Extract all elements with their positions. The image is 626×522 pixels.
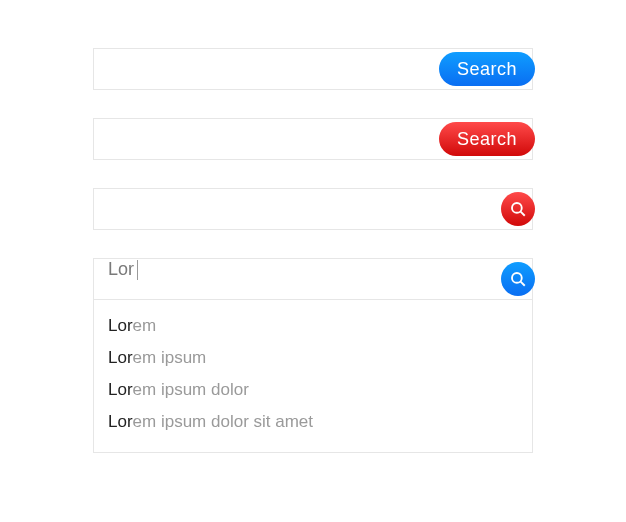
- search-button-blue[interactable]: Search: [439, 52, 535, 86]
- search-icon-button-red[interactable]: [501, 192, 535, 226]
- autocomplete-item[interactable]: Lorem: [94, 310, 532, 342]
- svg-point-0: [512, 203, 522, 213]
- search-bar-3: [93, 188, 533, 230]
- search-icon: [509, 200, 527, 218]
- search-input-3[interactable]: [94, 189, 532, 229]
- autocomplete-item[interactable]: Lorem ipsum dolor sit amet: [94, 406, 532, 438]
- autocomplete-item[interactable]: Lorem ipsum: [94, 342, 532, 374]
- search-bar-4-container: Lor Lorem Lorem ipsum Lorem ipsum do: [93, 258, 533, 453]
- autocomplete-item[interactable]: Lorem ipsum dolor: [94, 374, 532, 406]
- search-bar-2: Search: [93, 118, 533, 160]
- search-icon: [509, 270, 527, 288]
- search-icon-button-blue[interactable]: [501, 262, 535, 296]
- search-bar-1: Search: [93, 48, 533, 90]
- typed-text: Lor: [108, 259, 134, 279]
- svg-line-3: [521, 282, 525, 286]
- search-bar-4: Lor: [93, 258, 533, 300]
- svg-line-1: [521, 212, 525, 216]
- text-cursor: [137, 260, 138, 280]
- svg-point-2: [512, 273, 522, 283]
- autocomplete-dropdown: Lorem Lorem ipsum Lorem ipsum dolor Lore…: [93, 300, 533, 453]
- search-button-red[interactable]: Search: [439, 122, 535, 156]
- search-input-4[interactable]: Lor: [94, 259, 532, 299]
